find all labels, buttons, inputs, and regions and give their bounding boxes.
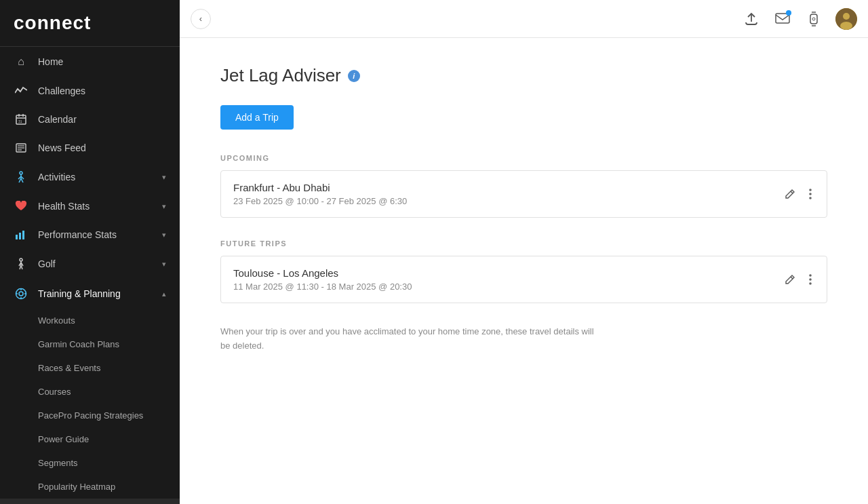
add-trip-button[interactable]: Add a Trip bbox=[220, 105, 294, 130]
trip-name-frankfurt: Frankfurt - Abu Dhabi bbox=[233, 182, 407, 193]
sidebar-sub-workouts[interactable]: Workouts bbox=[0, 309, 180, 332]
edit-trip-toulouse-button[interactable] bbox=[782, 271, 798, 288]
main-content: Jet Lag Adviser i Add a Trip UPCOMING Fr… bbox=[180, 38, 868, 504]
future-trips-label: FUTURE TRIPS bbox=[220, 239, 827, 248]
trip-card-toulouse: Toulouse - Los Angeles 11 Mar 2025 @ 11:… bbox=[220, 256, 827, 303]
trip-date-frankfurt: 23 Feb 2025 @ 10:00 - 27 Feb 2025 @ 6:30 bbox=[233, 196, 407, 206]
svg-line-13 bbox=[19, 178, 21, 182]
performancestats-chevron: ▾ bbox=[162, 231, 166, 239]
sidebar-item-calendar[interactable]: 31 Calendar bbox=[0, 105, 180, 134]
healthstats-icon bbox=[14, 201, 28, 212]
notification-badge bbox=[786, 10, 791, 16]
svg-rect-31 bbox=[810, 14, 817, 24]
trip-info-frankfurt: Frankfurt - Abu Dhabi 23 Feb 2025 @ 10:0… bbox=[233, 182, 407, 206]
svg-point-18 bbox=[20, 258, 22, 261]
svg-line-14 bbox=[21, 178, 23, 182]
sidebar-item-training[interactable]: Training & Planning ▴ bbox=[0, 279, 180, 309]
svg-text:31: 31 bbox=[18, 119, 22, 123]
challenges-icon bbox=[14, 86, 28, 96]
svg-point-36 bbox=[843, 13, 850, 20]
sidebar-sub-powerguide[interactable]: Power Guide bbox=[0, 427, 180, 451]
sidebar-label-calendar: Calendar bbox=[38, 114, 166, 125]
sidebar: connect ⌂ Home Challenges 31 Calendar Ne… bbox=[0, 0, 180, 504]
sidebar-label-newsfeed: News Feed bbox=[38, 142, 166, 153]
sidebar-item-challenges[interactable]: Challenges bbox=[0, 77, 180, 105]
trip-date-toulouse: 11 Mar 2025 @ 11:30 - 18 Mar 2025 @ 20:3… bbox=[233, 282, 412, 292]
healthstats-chevron: ▾ bbox=[162, 202, 166, 211]
svg-point-39 bbox=[809, 189, 812, 191]
sidebar-item-newsfeed[interactable]: News Feed bbox=[0, 134, 180, 162]
watch-icon[interactable] bbox=[804, 9, 823, 28]
main-wrapper: ‹ Jet Lag Adviser i bbox=[180, 0, 868, 504]
svg-line-42 bbox=[791, 277, 793, 279]
sidebar-item-performancestats[interactable]: Performance Stats ▾ bbox=[0, 220, 180, 249]
trip-card-frankfurt: Frankfurt - Abu Dhabi 23 Feb 2025 @ 10:0… bbox=[220, 170, 827, 218]
sidebar-sub-garmincoach[interactable]: Garmin Coach Plans bbox=[0, 332, 180, 356]
sidebar-item-golf[interactable]: Golf ▾ bbox=[0, 249, 180, 279]
sidebar-sub-courses[interactable]: Courses bbox=[0, 380, 180, 404]
sidebar-item-home[interactable]: ⌂ Home bbox=[0, 47, 180, 77]
sidebar-label-home: Home bbox=[38, 56, 166, 67]
sidebar-sub-popularityheatmap[interactable]: Popularity Heatmap bbox=[0, 475, 180, 499]
sidebar-label-performancestats: Performance Stats bbox=[38, 229, 162, 240]
sidebar-item-activities[interactable]: Activities ▾ bbox=[0, 162, 180, 192]
svg-point-41 bbox=[809, 197, 812, 199]
svg-point-44 bbox=[809, 278, 812, 281]
svg-point-9 bbox=[20, 172, 22, 174]
golf-icon bbox=[14, 258, 28, 270]
svg-point-40 bbox=[809, 193, 812, 195]
future-trips-section: FUTURE TRIPS Toulouse - Los Angeles 11 M… bbox=[220, 239, 827, 303]
edit-trip-frankfurt-button[interactable] bbox=[782, 186, 798, 202]
svg-point-45 bbox=[809, 282, 812, 285]
svg-point-37 bbox=[840, 22, 852, 30]
trip-name-toulouse: Toulouse - Los Angeles bbox=[233, 267, 412, 279]
svg-point-43 bbox=[809, 274, 812, 277]
sidebar-label-healthstats: Health Stats bbox=[38, 201, 162, 212]
topbar: ‹ bbox=[180, 0, 868, 38]
sidebar-label-training: Training & Planning bbox=[38, 288, 162, 299]
trip-actions-toulouse bbox=[782, 271, 814, 288]
trip-actions-frankfurt bbox=[782, 185, 814, 203]
svg-point-25 bbox=[19, 292, 23, 296]
svg-point-34 bbox=[812, 18, 815, 20]
svg-rect-16 bbox=[19, 233, 21, 239]
sidebar-label-activities: Activities bbox=[38, 172, 162, 182]
sidebar-label-challenges: Challenges bbox=[38, 85, 166, 96]
upcoming-label: UPCOMING bbox=[220, 154, 827, 162]
training-chevron: ▴ bbox=[162, 290, 166, 298]
sidebar-label-golf: Golf bbox=[38, 258, 162, 269]
golf-chevron: ▾ bbox=[162, 260, 166, 269]
sidebar-sub-segments[interactable]: Segments bbox=[0, 451, 180, 475]
page-title: Jet Lag Adviser bbox=[220, 65, 341, 86]
collapse-sidebar-button[interactable]: ‹ bbox=[191, 9, 211, 29]
svg-line-38 bbox=[791, 191, 793, 193]
newsfeed-icon bbox=[14, 143, 28, 153]
sidebar-sub-racesevents[interactable]: Races & Events bbox=[0, 356, 180, 380]
page-title-row: Jet Lag Adviser i bbox=[220, 65, 827, 86]
calendar-icon: 31 bbox=[14, 114, 28, 125]
help-icon[interactable]: i bbox=[348, 70, 360, 82]
svg-rect-15 bbox=[16, 235, 18, 239]
topbar-left: ‹ bbox=[191, 9, 211, 29]
upload-icon[interactable] bbox=[742, 9, 761, 28]
home-icon: ⌂ bbox=[14, 56, 28, 68]
more-options-toulouse-button[interactable] bbox=[806, 271, 814, 288]
info-text: When your trip is over and you have accl… bbox=[220, 325, 600, 353]
topbar-right bbox=[742, 8, 857, 30]
activities-chevron: ▾ bbox=[162, 173, 166, 182]
app-logo: connect bbox=[0, 0, 180, 47]
performancestats-icon bbox=[14, 230, 28, 239]
training-icon bbox=[14, 288, 28, 300]
messages-icon[interactable] bbox=[773, 9, 792, 28]
upcoming-section: UPCOMING Frankfurt - Abu Dhabi 23 Feb 20… bbox=[220, 154, 827, 218]
more-options-frankfurt-button[interactable] bbox=[806, 185, 814, 203]
trip-info-toulouse: Toulouse - Los Angeles 11 Mar 2025 @ 11:… bbox=[233, 267, 412, 292]
activities-icon bbox=[14, 171, 28, 183]
sidebar-sub-pacepro[interactable]: PacePro Pacing Strategies bbox=[0, 404, 180, 427]
user-avatar[interactable] bbox=[835, 8, 857, 30]
svg-line-23 bbox=[21, 265, 22, 269]
sidebar-item-healthstats[interactable]: Health Stats ▾ bbox=[0, 192, 180, 220]
sidebar-sub-jetlagadviser[interactable]: Jet Lag Adviser bbox=[0, 499, 180, 504]
svg-rect-17 bbox=[22, 231, 24, 239]
